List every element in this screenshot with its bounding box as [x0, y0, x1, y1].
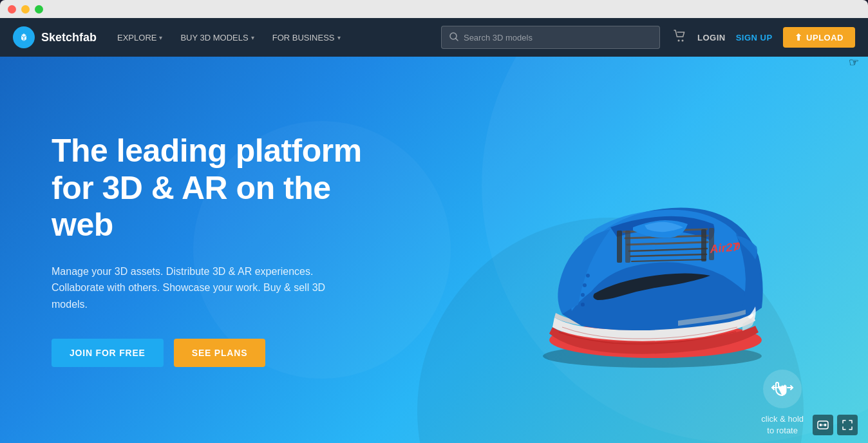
upload-icon: ⬆ — [795, 32, 803, 42]
svg-point-3 — [677, 39, 679, 41]
nav-explore[interactable]: EXPLORE ▾ — [109, 28, 170, 48]
svg-line-2 — [456, 39, 458, 41]
see-plans-button[interactable]: SEE PLANS — [174, 339, 266, 367]
rotate-icon — [763, 370, 802, 408]
login-button[interactable]: LOGIN — [697, 33, 726, 42]
chevron-down-icon: ▾ — [337, 34, 341, 41]
fullscreen-button[interactable] — [837, 415, 858, 435]
shoe-3d-model: Air27 0 — [485, 127, 794, 372]
minimize-button[interactable] — [21, 5, 30, 14]
chevron-down-icon: ▾ — [251, 34, 254, 41]
svg-point-20 — [583, 283, 587, 287]
svg-rect-13 — [617, 231, 622, 263]
logo[interactable]: Sketchfab — [13, 26, 97, 48]
navbar: Sketchfab EXPLORE ▾ BUY 3D MODELS ▾ FOR … — [0, 18, 868, 57]
hero-title: The leading platformfor 3D & AR on the w… — [52, 133, 367, 244]
join-for-free-button[interactable]: JOIN FOR FREE — [52, 339, 164, 367]
rotate-hint: click & hold to rotate — [761, 370, 804, 437]
hero-subtitle: Manage your 3D assets. Distribute 3D & A… — [52, 263, 361, 313]
chevron-down-icon: ▾ — [159, 34, 162, 41]
upload-button[interactable]: ⬆ UPLOAD — [783, 27, 855, 48]
svg-point-24 — [820, 424, 822, 426]
cart-icon[interactable] — [673, 29, 687, 46]
svg-text:0: 0 — [734, 240, 741, 252]
svg-rect-14 — [625, 231, 630, 263]
logo-text: Sketchfab — [41, 31, 97, 44]
nav-actions: LOGIN SIGN UP ⬆ UPLOAD — [673, 27, 855, 48]
svg-point-4 — [681, 39, 683, 41]
bottom-toolbar — [813, 415, 858, 435]
svg-point-19 — [586, 274, 590, 278]
logo-icon — [13, 26, 35, 48]
search-icon — [449, 32, 458, 43]
rotate-text: click & hold to rotate — [761, 413, 804, 437]
hero-buttons: JOIN FOR FREE SEE PLANS — [52, 339, 367, 367]
nav-for-business[interactable]: FOR BUSINESS ▾ — [265, 28, 348, 48]
signup-button[interactable]: SIGN UP — [736, 33, 773, 42]
svg-point-21 — [581, 293, 585, 297]
maximize-button[interactable] — [35, 5, 43, 14]
svg-rect-15 — [701, 229, 706, 261]
nav-buy-3d-models[interactable]: BUY 3D MODELS ▾ — [173, 28, 261, 48]
svg-point-22 — [581, 303, 585, 306]
vr-view-button[interactable] — [813, 415, 833, 435]
window-chrome — [0, 0, 868, 18]
search-input[interactable]: Search 3D models — [464, 33, 652, 42]
nav-links: EXPLORE ▾ BUY 3D MODELS ▾ FOR BUSINESS ▾ — [109, 28, 428, 48]
hero-shoe-image: Air27 0 — [462, 89, 816, 411]
hero-section: The leading platformfor 3D & AR on the w… — [0, 57, 868, 443]
svg-point-25 — [824, 424, 827, 426]
close-button[interactable] — [8, 5, 16, 14]
hero-content: The leading platformfor 3D & AR on the w… — [0, 133, 419, 366]
search-bar[interactable]: Search 3D models — [441, 26, 660, 49]
